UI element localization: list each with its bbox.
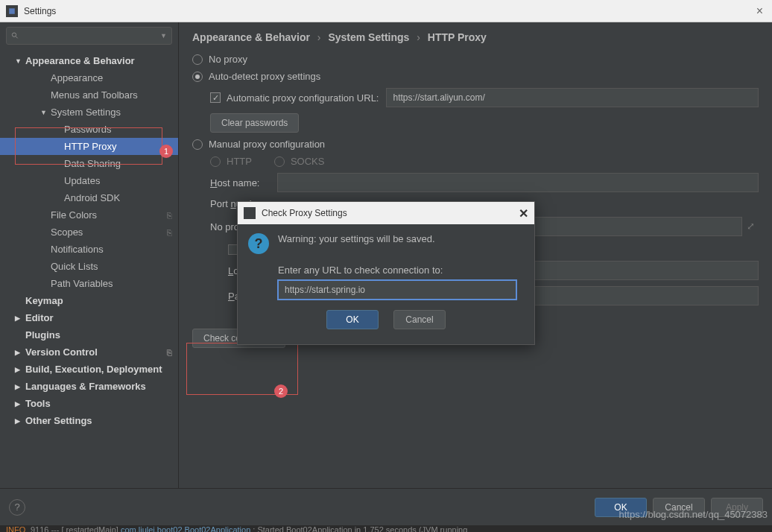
- search-box[interactable]: ▼: [6, 27, 172, 45]
- tree-item-data-sharing[interactable]: Data Sharing: [0, 155, 178, 172]
- tree-item-label: Keymap: [25, 295, 63, 306]
- search-icon: [11, 31, 19, 40]
- tree-item-label: Languages & Frameworks: [25, 381, 146, 392]
- dialog-title: Check Proxy Settings: [262, 208, 519, 218]
- app-icon: [244, 207, 256, 219]
- svg-point-2: [12, 33, 16, 37]
- tree-item-editor[interactable]: ▶Editor: [0, 309, 178, 326]
- tree-item-file-colors[interactable]: File Colors⎘: [0, 206, 178, 224]
- tree-item-system-settings[interactable]: ▼System Settings: [0, 104, 178, 121]
- apply-button[interactable]: Apply: [711, 498, 763, 517]
- tree-item-passwords[interactable]: Passwords: [0, 121, 178, 138]
- radio-http: [210, 156, 221, 167]
- tree-item-label: Path Variables: [51, 278, 113, 289]
- dialog-ok-button[interactable]: OK: [326, 310, 379, 329]
- breadcrumb-a[interactable]: Appearance & Behavior: [192, 31, 310, 43]
- radio-icon: [192, 139, 203, 150]
- tree-item-updates[interactable]: Updates: [0, 172, 178, 189]
- window-close-button[interactable]: ×: [753, 4, 766, 18]
- dialog-footer: ? OK Cancel Apply: [0, 488, 772, 525]
- tree-item-quick-lists[interactable]: Quick Lists: [0, 258, 178, 275]
- tree-item-appearance[interactable]: Appearance: [0, 69, 178, 86]
- check-url-input[interactable]: [278, 280, 516, 300]
- radio-socks: [274, 156, 285, 167]
- tree-item-label: Editor: [25, 312, 54, 323]
- host-input: [277, 173, 759, 192]
- tree-arrow-icon: ▶: [15, 400, 22, 408]
- tree-item-label: Data Sharing: [64, 158, 121, 169]
- tree-item-http-proxy[interactable]: HTTP Proxy: [0, 138, 178, 155]
- tree-item-label: Notifications: [51, 244, 104, 255]
- tree-item-other-settings[interactable]: ▶Other Settings: [0, 412, 178, 429]
- project-badge-icon: ⎘: [167, 228, 172, 237]
- tree-item-version-control[interactable]: ▶Version Control⎘: [0, 343, 178, 361]
- tree-item-label: Appearance: [51, 72, 103, 83]
- ok-button[interactable]: OK: [595, 498, 647, 517]
- annotation-badge-1: 1: [159, 145, 173, 158]
- tree-arrow-icon: ▶: [15, 349, 22, 356]
- dialog-prompt-text: Enter any URL to check connection to:: [278, 265, 524, 276]
- checkbox-auto-url[interactable]: [210, 92, 221, 103]
- help-button[interactable]: ?: [9, 499, 25, 516]
- radio-no-proxy[interactable]: No proxy: [192, 54, 759, 65]
- chevron-down-icon[interactable]: ▼: [160, 32, 167, 39]
- expand-icon: ⤢: [747, 221, 759, 232]
- dialog-cancel-button[interactable]: Cancel: [393, 310, 446, 329]
- tree-item-label: Build, Execution, Deployment: [25, 364, 162, 375]
- breadcrumb: Appearance & Behavior › System Settings …: [192, 31, 759, 43]
- host-label: Host name:: [210, 177, 277, 189]
- tree-item-label: Updates: [64, 175, 100, 186]
- tree-item-notifications[interactable]: Notifications: [0, 241, 178, 258]
- breadcrumb-b[interactable]: System Settings: [328, 31, 409, 43]
- radio-auto-detect[interactable]: Auto-detect proxy settings: [192, 71, 759, 82]
- question-icon: ?: [248, 233, 269, 254]
- radio-manual[interactable]: Manual proxy configuration: [192, 139, 759, 150]
- tree-item-tools[interactable]: ▶Tools: [0, 395, 178, 412]
- project-badge-icon: ⎘: [167, 348, 172, 357]
- tree-item-label: Appearance & Behavior: [25, 55, 135, 66]
- tree-arrow-icon: ▼: [40, 109, 48, 116]
- tree-item-label: HTTP Proxy: [64, 141, 117, 152]
- window-title: Settings: [24, 6, 753, 16]
- tree-item-label: Plugins: [25, 329, 60, 341]
- tree-item-label: Version Control: [25, 346, 98, 358]
- cancel-button[interactable]: Cancel: [653, 498, 705, 517]
- breadcrumb-c: HTTP Proxy: [428, 31, 487, 43]
- tree-item-label: System Settings: [51, 107, 121, 118]
- tree-item-label: Tools: [25, 398, 51, 409]
- auto-url-input[interactable]: [386, 88, 759, 107]
- app-icon: [6, 5, 18, 17]
- project-badge-icon: ⎘: [167, 211, 172, 220]
- check-proxy-dialog: Check Proxy Settings ✕ ? Warning: your s…: [237, 201, 535, 345]
- tree-item-label: Menus and Toolbars: [51, 89, 138, 101]
- settings-tree: ▼Appearance & BehaviorAppearanceMenus an…: [0, 49, 178, 432]
- tree-item-label: Scopes: [51, 227, 83, 238]
- search-input[interactable]: [22, 31, 160, 41]
- svg-line-3: [16, 37, 18, 39]
- settings-sidebar: ▼ ▼Appearance & BehaviorAppearanceMenus …: [0, 22, 179, 488]
- tree-item-menus-and-toolbars[interactable]: Menus and Toolbars: [0, 86, 178, 104]
- tree-item-label: Quick Lists: [51, 261, 98, 272]
- tree-item-label: Android SDK: [64, 192, 120, 203]
- dialog-close-button[interactable]: ✕: [519, 206, 528, 221]
- tree-item-build-execution-deployment[interactable]: ▶Build, Execution, Deployment: [0, 361, 178, 378]
- tree-item-android-sdk[interactable]: Android SDK: [0, 189, 178, 206]
- tree-item-plugins[interactable]: Plugins: [0, 326, 178, 343]
- tree-item-label: Other Settings: [25, 415, 92, 426]
- tree-arrow-icon: ▶: [15, 366, 22, 373]
- radio-icon: [192, 72, 203, 82]
- annotation-badge-2: 2: [274, 384, 288, 398]
- tree-item-languages-frameworks[interactable]: ▶Languages & Frameworks: [0, 378, 178, 395]
- tree-item-appearance-behavior[interactable]: ▼Appearance & Behavior: [0, 52, 178, 69]
- tree-item-scopes[interactable]: Scopes⎘: [0, 224, 178, 241]
- clear-passwords-button[interactable]: Clear passwords: [210, 113, 299, 133]
- tree-arrow-icon: ▼: [15, 57, 22, 65]
- tree-arrow-icon: ▶: [15, 314, 22, 322]
- tree-arrow-icon: ▶: [15, 417, 22, 425]
- window-titlebar: Settings ×: [0, 0, 772, 22]
- dialog-titlebar: Check Proxy Settings ✕: [238, 202, 534, 224]
- tree-item-path-variables[interactable]: Path Variables: [0, 275, 178, 292]
- tree-item-label: File Colors: [51, 209, 97, 221]
- tree-item-keymap[interactable]: Keymap: [0, 292, 178, 309]
- tree-arrow-icon: ▶: [15, 383, 22, 390]
